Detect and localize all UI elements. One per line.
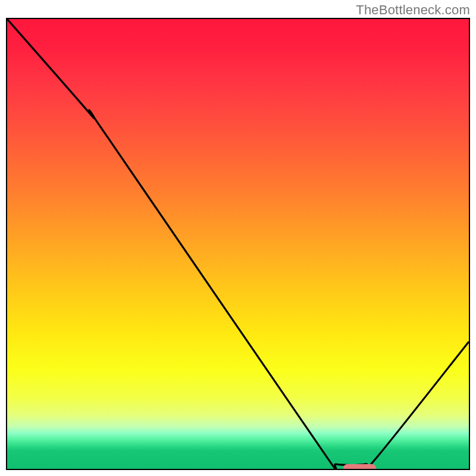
optimum-marker xyxy=(343,464,376,470)
chart-container: TheBottleneck.com xyxy=(0,0,476,476)
bottleneck-curve-path xyxy=(7,19,469,469)
curve-svg xyxy=(7,19,469,469)
watermark-text: TheBottleneck.com xyxy=(356,2,470,18)
plot-area xyxy=(6,18,470,470)
